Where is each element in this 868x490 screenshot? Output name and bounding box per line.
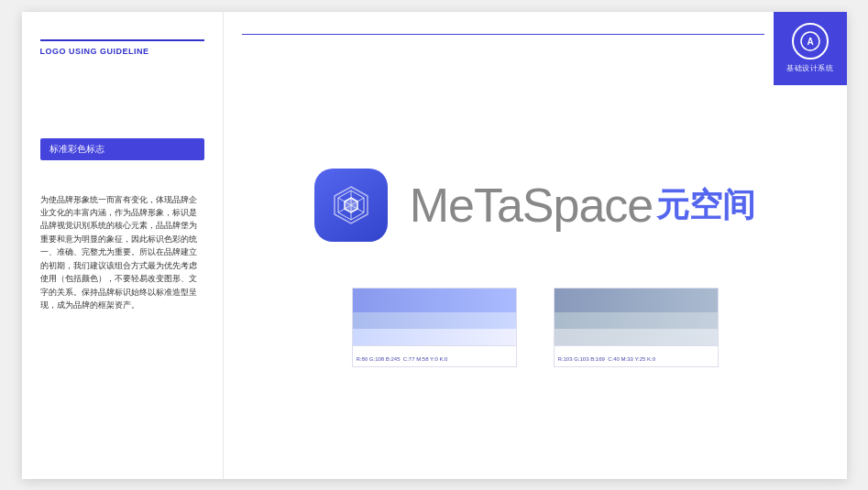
logo-icon-bg [314,169,388,242]
svg-text:A: A [807,37,813,47]
swatch-group-1: R:80 G:108 B:245 C:77 M:58 Y:0 K:0 [352,288,517,367]
sidebar-body-text: 为使品牌形象统一而富有变化，体现品牌企业文化的丰富内涵，作为品牌形象，标识是品牌… [40,193,204,312]
corner-badge-text: 基础设计系统 [786,63,833,73]
swatch1-info: R:80 G:108 B:245 C:77 M:58 Y:0 K:0 [357,356,448,362]
swatch-group-2: R:103 G:103 B:169 C:40 M:33 Y:25 K:0 [554,288,719,367]
swatches-row: R:80 G:108 B:245 C:77 M:58 Y:0 K:0 R:103… [352,288,719,367]
page-container: LOGO USING GUIDELINE 标准彩色标志 为使品牌形象统一而富有变… [22,12,847,479]
swatch2-info: R:103 G:103 B:169 C:40 M:33 Y:25 K:0 [558,356,656,362]
sidebar-badge: 标准彩色标志 [40,138,204,160]
corner-logo-icon: A [799,30,821,52]
sidebar-guideline-title: LOGO USING GUIDELINE [40,39,204,56]
sidebar: LOGO USING GUIDELINE 标准彩色标志 为使品牌形象统一而富有变… [22,12,224,479]
logo-chinese-text: 元空间 [656,183,755,228]
top-line [242,34,764,35]
logo-text-area: MeTaSpace 元空间 [410,178,756,233]
logo-svg-icon [327,181,375,229]
logo-main-text: MeTaSpace [410,178,654,233]
logo-row: MeTaSpace 元空间 [314,169,756,242]
corner-badge: A 基础设计系统 [774,12,847,85]
corner-badge-icon: A [792,23,829,60]
main-content: A 基础设计系统 [224,12,847,479]
logo-area: MeTaSpace 元空间 R:80 G:108 B:245 C:77 [224,12,847,479]
svg-marker-7 [345,198,357,212]
